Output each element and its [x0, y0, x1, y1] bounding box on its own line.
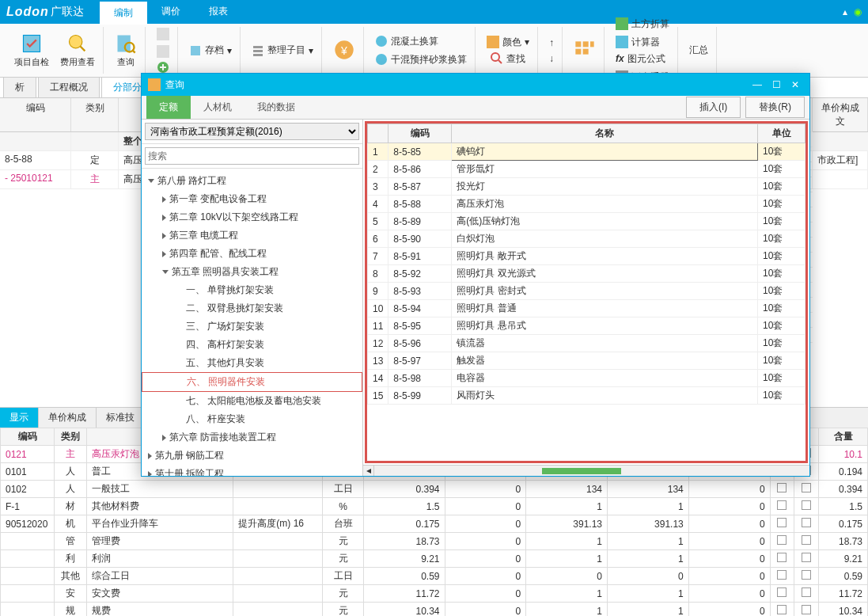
quota-row[interactable]: 148-5-98电容器10套: [368, 370, 805, 387]
tree-item[interactable]: 第四章 配管、配线工程: [142, 245, 362, 263]
bcol-cat: 类别: [55, 428, 87, 446]
find-button[interactable]: 查找: [487, 51, 529, 67]
arrow-up-button[interactable]: ↑: [546, 36, 557, 50]
bottom-row[interactable]: 安 安文费元 11.7201 10 11.72: [1, 585, 868, 603]
arrow-down-button[interactable]: ↓: [546, 51, 557, 66]
tree-item[interactable]: 第一章 变配电设备工程: [142, 190, 362, 208]
checkbox[interactable]: [802, 483, 811, 492]
bottom-row[interactable]: 90512020机 平台作业升降车提升高度(m) 16台班 0.1750391.…: [1, 515, 868, 533]
archive-button[interactable]: 存档 ▾: [186, 42, 235, 59]
svg-rect-8: [253, 46, 263, 48]
apps-button[interactable]: [570, 38, 599, 63]
checkbox[interactable]: [777, 553, 787, 562]
concrete-convert-button[interactable]: 混凝土换算: [372, 33, 470, 50]
checkbox[interactable]: [802, 518, 811, 527]
h-scrollbar[interactable]: ◂: [363, 465, 809, 476]
checkbox[interactable]: [777, 535, 787, 545]
quota-row[interactable]: 108-5-94照明灯具 普通10套: [368, 300, 805, 318]
search-input[interactable]: [145, 147, 359, 165]
checkbox[interactable]: [777, 483, 787, 492]
grid-btn-1[interactable]: [154, 26, 172, 42]
minimize-button[interactable]: —: [749, 78, 765, 92]
tree-item[interactable]: 七、 太阳能电池板及蓄电池安装: [142, 392, 362, 410]
sec-tab-1[interactable]: 工程概况: [38, 77, 100, 97]
mortar-convert-button[interactable]: 干混预拌砂浆换算: [372, 51, 470, 68]
tree-item[interactable]: 第八册 路灯工程: [142, 172, 362, 190]
bottom-tab-price[interactable]: 单价构成: [39, 408, 97, 428]
checkbox[interactable]: [802, 605, 811, 614]
quota-row[interactable]: 88-5-92照明灯具 双光源式10套: [368, 265, 805, 283]
bottom-row[interactable]: 规 规费元 10.3401 10 10.34: [1, 603, 868, 617]
quota-row[interactable]: 58-5-89高(低)压钠灯泡10套: [368, 213, 805, 230]
quota-row[interactable]: 38-5-87投光灯10套: [368, 178, 805, 196]
tree-item[interactable]: 第二章 10kV以下架空线路工程: [142, 208, 362, 226]
tree-item[interactable]: 八、 杆座安装: [142, 410, 362, 428]
quota-row[interactable]: 18-5-85碘钨灯10套: [368, 143, 805, 161]
tree-item[interactable]: 一、 单臂挑灯架安装: [142, 281, 362, 299]
checkbox[interactable]: [777, 587, 787, 597]
bottom-row[interactable]: 0102人 一般技工工日 0.3940134 1340 0.394: [1, 481, 868, 498]
bottom-row[interactable]: 管 管理费元 18.7301 10 18.73: [1, 533, 868, 550]
dialog-titlebar[interactable]: 查询 — ☐ ✕: [142, 74, 809, 96]
tree-item[interactable]: 第十册 拆除工程: [142, 465, 362, 476]
bottom-tab-std[interactable]: 标准技: [97, 408, 145, 428]
checkbox[interactable]: [802, 500, 811, 510]
dlg-tab-material[interactable]: 人材机: [191, 96, 244, 119]
earth-calc-button[interactable]: 土方折算: [612, 16, 673, 32]
quota-row[interactable]: 118-5-95照明灯具 悬吊式10套: [368, 318, 805, 335]
bottom-row[interactable]: 其他 综合工日工日 0.5900 00 0.59: [1, 568, 868, 585]
summary-button[interactable]: 汇总: [686, 42, 711, 59]
formula-button[interactable]: fx 图元公式: [612, 51, 673, 67]
quota-row[interactable]: 48-5-88高压汞灯泡10套: [368, 196, 805, 213]
quota-row[interactable]: 128-5-96镇流器10套: [368, 335, 805, 352]
checkbox[interactable]: [777, 500, 787, 510]
tree-item[interactable]: 三、 广场灯架安装: [142, 318, 362, 336]
tree-item[interactable]: 第五章 照明器具安装工程: [142, 263, 362, 281]
top-tab-report[interactable]: 报表: [195, 0, 242, 25]
tree-item[interactable]: 四、 高杆灯架安装: [142, 336, 362, 354]
grid-btn-2[interactable]: [154, 44, 172, 59]
calculator-button[interactable]: 计算器: [612, 34, 673, 51]
color-button[interactable]: 颜色 ▾: [483, 34, 533, 51]
top-tab-adjust[interactable]: 调价: [147, 0, 195, 25]
tree-item[interactable]: 第三章 电缆工程: [142, 226, 362, 245]
query-button[interactable]: 查询: [112, 31, 140, 70]
bottom-tab-display[interactable]: 显示: [0, 408, 39, 428]
cost-view-button[interactable]: 费用查看: [57, 31, 98, 70]
dlg-tab-mydata[interactable]: 我的数据: [244, 96, 308, 119]
tree-item[interactable]: 二、 双臂悬挑灯架安装: [142, 299, 362, 318]
self-check-button[interactable]: 项目自检: [11, 31, 52, 70]
tree-item[interactable]: 第六章 防雷接地装置工程: [142, 428, 362, 447]
checkbox[interactable]: [777, 518, 787, 527]
maximize-button[interactable]: ☐: [768, 78, 784, 92]
currency-button[interactable]: ¥: [330, 37, 358, 64]
checkbox[interactable]: [802, 587, 811, 597]
source-select[interactable]: 河南省市政工程预算定额(2016): [145, 123, 359, 140]
checkbox[interactable]: [802, 553, 811, 562]
quota-row[interactable]: 68-5-90白炽灯泡10套: [368, 230, 805, 248]
quota-row[interactable]: 98-5-93照明灯具 密封式10套: [368, 283, 805, 300]
insert-button[interactable]: 插入(I): [686, 97, 741, 118]
svg-rect-20: [575, 48, 581, 54]
quota-row[interactable]: 28-5-86管形氙灯10套: [368, 161, 805, 178]
quota-row[interactable]: 158-5-99风雨灯头10套: [368, 387, 805, 405]
dlg-tab-quota[interactable]: 定额: [146, 96, 191, 119]
chevron-up-icon[interactable]: ▴: [843, 6, 847, 17]
quota-row[interactable]: 138-5-97触发器10套: [368, 352, 805, 370]
quota-row[interactable]: 78-5-91照明灯具 敞开式10套: [368, 248, 805, 265]
help-icon[interactable]: ◉: [854, 6, 862, 17]
organize-button[interactable]: 整理子目 ▾: [248, 42, 316, 59]
tree-item[interactable]: 六、 照明器件安装: [142, 372, 362, 392]
top-tab-compile[interactable]: 编制: [100, 0, 147, 25]
replace-button[interactable]: 替换(R): [745, 97, 805, 118]
tree-item[interactable]: 五、 其他灯具安装: [142, 354, 362, 372]
checkbox[interactable]: [802, 535, 811, 545]
bottom-row[interactable]: 利 利润元 9.2101 10 9.21: [1, 550, 868, 568]
close-button[interactable]: ✕: [787, 78, 803, 92]
checkbox[interactable]: [802, 570, 811, 580]
tree-item[interactable]: 第九册 钢筋工程: [142, 447, 362, 465]
checkbox[interactable]: [777, 570, 787, 580]
checkbox[interactable]: [777, 605, 787, 614]
sec-tab-0[interactable]: 析: [3, 77, 36, 97]
bottom-row[interactable]: F-1材 其他材料费% 1.501 10 1.5: [1, 498, 868, 515]
